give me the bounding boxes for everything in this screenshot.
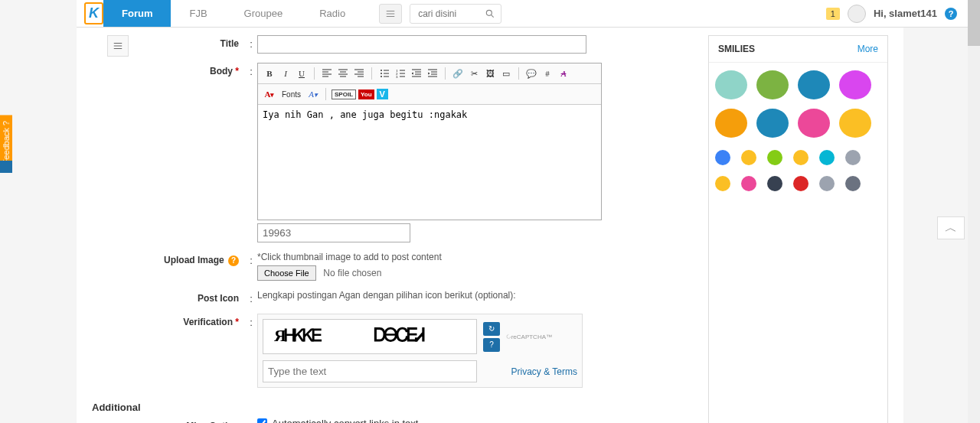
underline-button[interactable]: U xyxy=(295,67,309,80)
quote-button[interactable]: 💬 xyxy=(524,67,538,80)
posticon-label: Post Icon xyxy=(92,290,245,304)
search-button[interactable] xyxy=(479,8,501,19)
page-scrollbar[interactable] xyxy=(968,0,980,423)
autolink-label: Automatically convert links in text xyxy=(272,418,418,423)
image-button[interactable]: 🖼 xyxy=(483,67,497,80)
upload-hint: *Click thumbnail image to add to post co… xyxy=(257,252,693,262)
svg-point-4 xyxy=(381,76,382,77)
autolink-checkbox[interactable] xyxy=(257,418,267,423)
captcha-word-2: ᎠᎾᏟᎬᏗ xyxy=(374,323,466,350)
bold-button[interactable]: B xyxy=(263,67,276,80)
smiley-big-1[interactable] xyxy=(756,70,789,99)
svg-point-2 xyxy=(381,70,382,71)
body-label: Body * xyxy=(92,63,245,76)
smilies-title: SMILIES xyxy=(718,44,755,54)
smiley-big-3[interactable] xyxy=(839,70,871,99)
vimeo-button[interactable]: V xyxy=(377,89,388,99)
smiley-small-9[interactable] xyxy=(793,176,808,191)
smiley-small-6[interactable] xyxy=(715,176,730,191)
captcha-widget: ЯᎻᏦᏦᎬ ᎠᎾᏟᎬᏗ ↻ ? reCAPTCHA™ xyxy=(257,314,583,388)
svg-line-1 xyxy=(491,15,494,18)
svg-point-3 xyxy=(381,73,382,74)
topbar-right: 1 Hi, slamet141 ? xyxy=(826,5,957,23)
link-button[interactable]: 🔗 xyxy=(451,67,465,80)
main-nav: Forum FJB Groupee Radio xyxy=(103,0,364,27)
misc-label: Misc Option xyxy=(92,418,245,423)
smiley-small-8[interactable] xyxy=(767,176,782,191)
svg-text:3: 3 xyxy=(396,75,398,78)
upload-help-icon[interactable]: ? xyxy=(228,255,239,266)
outdent-button[interactable] xyxy=(410,67,423,80)
smiley-small-5[interactable] xyxy=(845,150,861,165)
recaptcha-logo: reCAPTCHA™ xyxy=(506,321,552,352)
smiley-big-4[interactable] xyxy=(715,109,747,138)
hash-button[interactable]: # xyxy=(541,67,554,80)
smiley-small-4[interactable] xyxy=(819,150,835,165)
italic-button[interactable]: I xyxy=(279,67,292,80)
youtube-button[interactable]: You xyxy=(358,89,374,99)
captcha-image: ЯᎻᏦᏦᎬ ᎠᎾᏟᎬᏗ xyxy=(263,319,477,354)
smiley-small-2[interactable] xyxy=(767,150,782,165)
editor: B I U 123 🔗 ✂ xyxy=(257,63,602,220)
align-left-button[interactable] xyxy=(320,67,334,80)
file-status: No file chosen xyxy=(323,268,381,278)
posticon-hint: Lengkapi postingan Agan dengan pilihan i… xyxy=(257,290,693,301)
smilies-panel: SMILIES More xyxy=(708,35,888,423)
captcha-privacy-link[interactable]: Privacy & Terms xyxy=(511,366,577,377)
smiley-big-5[interactable] xyxy=(756,109,789,138)
body-textarea[interactable]: Iya nih Gan , ane juga begitu :ngakak xyxy=(258,105,601,220)
align-center-button[interactable] xyxy=(336,67,350,80)
editor-toolbar: B I U 123 🔗 ✂ xyxy=(258,63,601,84)
svg-text:ᎠᎾᏟᎬᏗ: ᎠᎾᏟᎬᏗ xyxy=(374,325,425,345)
char-counter[interactable] xyxy=(257,223,410,242)
quote-block-button[interactable]: ▭ xyxy=(499,67,513,80)
smiley-small-1[interactable] xyxy=(741,150,756,165)
captcha-refresh-button[interactable]: ↻ xyxy=(483,322,500,336)
captcha-audio-button[interactable]: ? xyxy=(483,338,500,352)
upload-label: Upload Image ? xyxy=(92,252,245,266)
sidebar-toggle[interactable] xyxy=(107,35,129,57)
smiley-small-10[interactable] xyxy=(819,176,835,191)
notification-badge[interactable]: 1 xyxy=(826,8,840,20)
smiley-big-6[interactable] xyxy=(798,109,830,138)
title-input[interactable] xyxy=(257,35,586,54)
smiley-small-3[interactable] xyxy=(793,150,808,165)
smiley-big-0[interactable] xyxy=(715,70,747,99)
smiley-small-0[interactable] xyxy=(715,150,730,165)
font-size-button[interactable]: A▾ xyxy=(306,87,320,101)
scroll-top-button[interactable]: ︿ xyxy=(937,216,965,239)
user-greeting[interactable]: Hi, slamet141 xyxy=(874,8,937,19)
indent-button[interactable] xyxy=(426,67,439,80)
avatar[interactable] xyxy=(848,5,866,23)
help-icon[interactable]: ? xyxy=(945,8,957,20)
captcha-word-1: ЯᎻᏦᏦᎬ xyxy=(274,323,366,350)
smiley-small-11[interactable] xyxy=(845,176,861,191)
list-ul-button[interactable] xyxy=(377,67,391,80)
smiley-small-7[interactable] xyxy=(741,176,756,191)
logo[interactable]: K xyxy=(84,2,103,24)
nav-fjb[interactable]: FJB xyxy=(171,0,225,27)
unlink-button[interactable]: ✂ xyxy=(467,67,481,80)
captcha-input[interactable] xyxy=(263,360,477,382)
nav-forum[interactable]: Forum xyxy=(103,0,171,27)
topbar: K Forum FJB Groupee Radio 1 Hi, slamet14… xyxy=(77,0,980,28)
nav-groupee[interactable]: Groupee xyxy=(226,0,302,27)
smiley-big-2[interactable] xyxy=(798,70,830,99)
spoiler-button[interactable]: SPOIL xyxy=(332,89,356,99)
align-right-button[interactable] xyxy=(352,67,366,80)
fonts-dropdown[interactable]: Fonts xyxy=(279,90,304,99)
additional-header: Additional xyxy=(92,397,693,418)
list-ol-button[interactable]: 123 xyxy=(394,67,407,80)
menu-toggle[interactable] xyxy=(379,4,402,24)
nav-radio[interactable]: Radio xyxy=(301,0,364,27)
font-color-button[interactable]: A▾ xyxy=(263,87,276,101)
choose-file-button[interactable]: Choose File xyxy=(257,265,316,281)
editor-toolbar2: A▾ Fonts A▾ SPOIL You V xyxy=(258,84,601,105)
smiley-big-7[interactable] xyxy=(839,109,871,138)
strike-button[interactable]: A xyxy=(557,67,570,80)
feedback-icon[interactable] xyxy=(0,161,12,173)
search-box xyxy=(410,4,501,24)
svg-text:ЯᎻᏦᏦᎬ: ЯᎻᏦᏦᎬ xyxy=(274,326,322,345)
search-input[interactable] xyxy=(410,5,479,22)
smilies-more-link[interactable]: More xyxy=(858,44,878,54)
